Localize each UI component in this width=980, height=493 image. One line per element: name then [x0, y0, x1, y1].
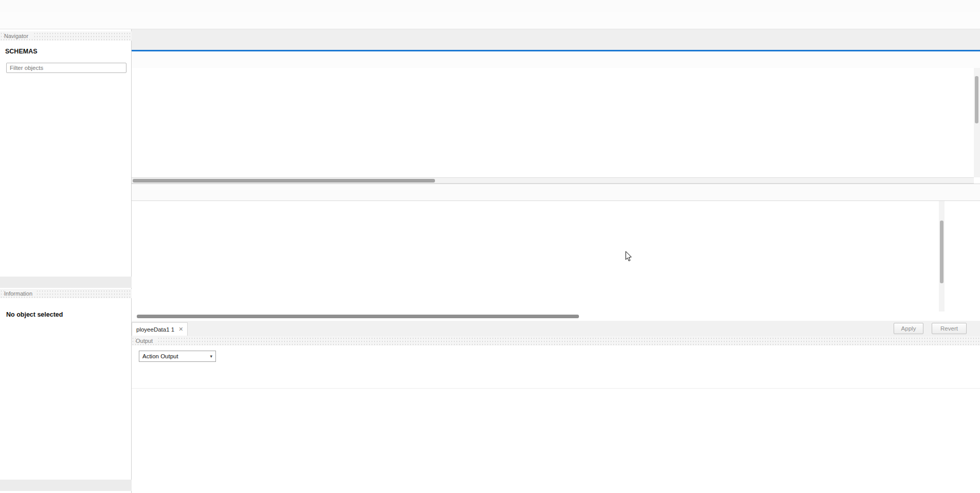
editor-vertical-scrollbar[interactable] [974, 68, 980, 177]
result-grid[interactable] [132, 201, 939, 312]
information-title: Information [4, 290, 37, 297]
apply-button[interactable]: Apply [894, 323, 923, 334]
revert-button[interactable]: Revert [932, 323, 967, 334]
output-mode-label: Action Output [142, 353, 178, 359]
menu-bar [0, 0, 980, 12]
schema-filter-input[interactable] [6, 63, 126, 73]
output-table-header [132, 378, 980, 389]
output-panel: Action Output ▾ [132, 346, 980, 493]
output-mode-select[interactable]: Action Output ▾ [139, 351, 216, 362]
schema-list [0, 78, 132, 259]
output-header: Output [132, 336, 980, 345]
grid-horizontal-scrollbar[interactable] [132, 314, 939, 320]
no-object-selected-label: No object selected [6, 311, 63, 318]
grid-vertical-scrollbar[interactable] [939, 201, 945, 312]
navigator-panel: Navigator SCHEMAS Information No object … [0, 29, 132, 493]
schemas-title: SCHEMAS [5, 48, 38, 55]
result-grid-side-rail [945, 201, 968, 330]
editor-horizontal-scrollbar[interactable] [132, 177, 974, 184]
mouse-cursor [625, 251, 633, 262]
object-info-tabs [0, 480, 132, 491]
navigator-header: Navigator [0, 31, 132, 41]
result-tab-row: ployeeData1 1 ✕ Apply Revert [132, 321, 980, 336]
navigator-tabs [0, 277, 132, 288]
sql-editor[interactable] [132, 68, 980, 177]
sql-editor-toolbar [132, 51, 980, 68]
document-tab-bar [132, 29, 980, 51]
information-header: Information [0, 289, 132, 298]
main-toolbar [0, 12, 980, 29]
mysql-workbench-window: Navigator SCHEMAS Information No object … [0, 0, 980, 493]
result-set-tab-label: ployeeData1 1 [136, 326, 174, 333]
close-icon[interactable]: ✕ [178, 326, 183, 333]
result-grid-toolbar [132, 184, 980, 201]
navigator-title: Navigator [4, 33, 32, 39]
chevron-down-icon: ▾ [210, 354, 212, 359]
output-title: Output [136, 338, 157, 344]
result-set-tab[interactable]: ployeeData1 1 ✕ [132, 322, 188, 336]
